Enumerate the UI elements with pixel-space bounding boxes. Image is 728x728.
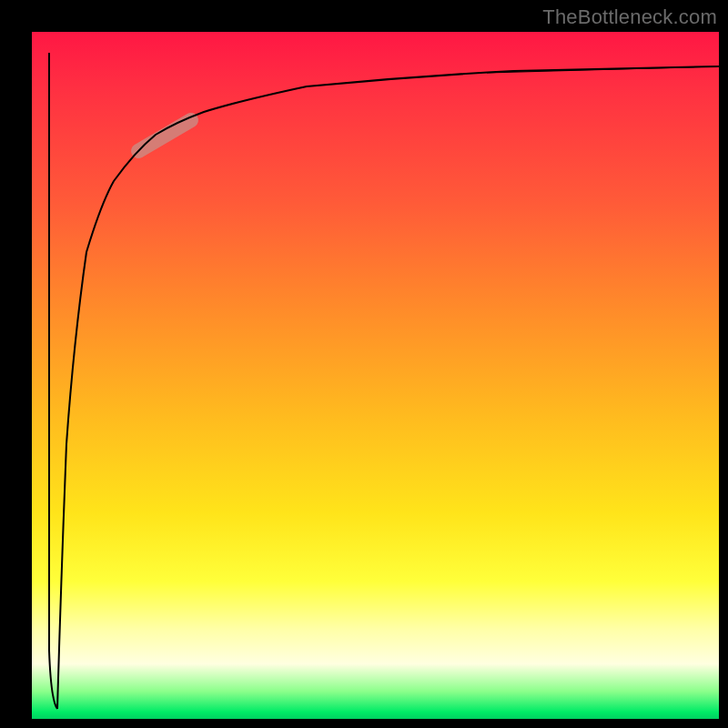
vertical-drop-line	[49, 53, 57, 709]
chart-frame: TheBottleneck.com	[0, 0, 728, 728]
plot-area	[32, 32, 719, 719]
curve-asymptote	[487, 66, 719, 73]
chart-svg	[32, 32, 719, 719]
watermark-text: TheBottleneck.com	[542, 5, 717, 29]
bottleneck-curve	[57, 66, 719, 709]
highlight-segment	[138, 120, 191, 151]
